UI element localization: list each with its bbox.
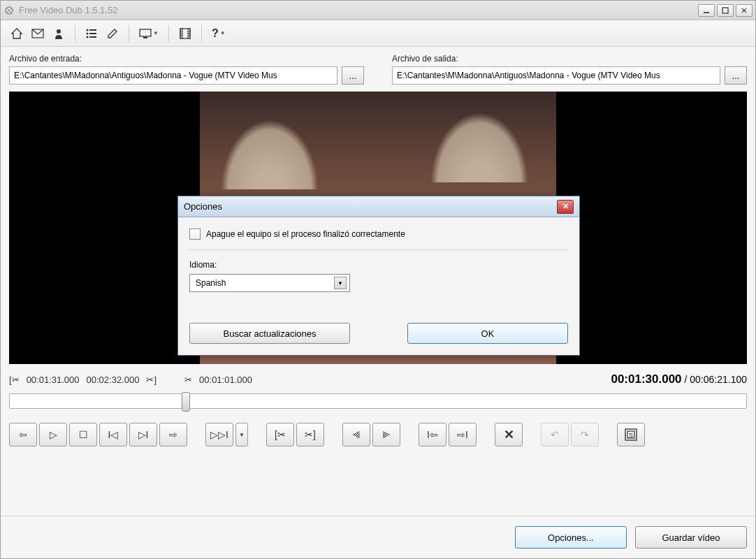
toolbar-separator bbox=[129, 25, 129, 42]
duration-icon: ✂ bbox=[184, 375, 192, 385]
svg-point-9 bbox=[87, 36, 89, 38]
skip-dropdown[interactable]: ▼ bbox=[235, 423, 248, 447]
svg-point-4 bbox=[57, 29, 61, 34]
svg-rect-12 bbox=[143, 37, 147, 38]
minimize-button[interactable] bbox=[698, 4, 715, 17]
prev-frame-button[interactable]: I◁ bbox=[99, 423, 127, 447]
check-updates-button[interactable]: Buscar actualizaciones bbox=[189, 323, 350, 344]
svg-text:S: S bbox=[629, 432, 633, 439]
app-icon bbox=[3, 5, 15, 16]
ok-button[interactable]: OK bbox=[407, 323, 568, 344]
dialog-titlebar: Opciones ✕ bbox=[178, 196, 579, 217]
time-row: [✂ 00:01:31.000 00:02:32.000 ✂] ✂ 00:01:… bbox=[9, 370, 747, 393]
browse-input-button[interactable]: ... bbox=[342, 66, 364, 85]
seek-forward-button[interactable]: ⇨ bbox=[159, 423, 187, 447]
scissors-close-icon: ✂] bbox=[146, 375, 157, 385]
trim-left-button[interactable]: ⫷ bbox=[342, 423, 370, 447]
language-value: Spanish bbox=[196, 278, 226, 288]
svg-point-7 bbox=[87, 32, 89, 34]
shutdown-checkbox[interactable] bbox=[189, 228, 201, 240]
close-button[interactable] bbox=[736, 4, 753, 17]
next-frame-button[interactable]: ▷I bbox=[129, 423, 157, 447]
goto-end-button[interactable]: ⇨I bbox=[449, 423, 477, 447]
playback-controls: ⇦ ▷ ☐ I◁ ▷I ⇨ ▷▷I ▼ [✂ ✂] ⫷ ⫸ bbox=[9, 423, 747, 447]
selection-end-time: 00:02:32.000 bbox=[87, 375, 140, 385]
list-icon[interactable] bbox=[82, 24, 101, 43]
output-file-label: Archivo de salida: bbox=[392, 54, 747, 64]
timeline-slider[interactable] bbox=[9, 393, 747, 409]
undo-button[interactable]: ↶ bbox=[541, 423, 569, 447]
mark-in-button[interactable]: [✂ bbox=[266, 423, 294, 447]
toolbar-separator bbox=[168, 25, 169, 42]
svg-rect-11 bbox=[140, 29, 151, 36]
mail-icon[interactable] bbox=[29, 24, 47, 43]
chevron-down-icon: ▼ bbox=[334, 277, 347, 289]
chevron-down-icon: ▼ bbox=[153, 30, 159, 36]
svg-point-5 bbox=[87, 29, 89, 31]
input-file-label: Archivo de entrada: bbox=[9, 54, 364, 64]
svg-rect-6 bbox=[89, 29, 96, 31]
save-video-button[interactable]: Guardar vídeo bbox=[635, 526, 747, 549]
chevron-down-icon: ▼ bbox=[220, 30, 226, 36]
footer: Opciones... Guardar vídeo bbox=[1, 516, 755, 558]
toolbar-separator bbox=[75, 25, 75, 42]
dialog-title: Opciones bbox=[184, 201, 557, 212]
maximize-button[interactable] bbox=[717, 4, 734, 17]
window-title: Free Video Dub 1.5.1.52 bbox=[19, 5, 698, 15]
svg-rect-10 bbox=[89, 36, 96, 38]
input-file-field[interactable] bbox=[9, 66, 337, 85]
play-button[interactable]: ▷ bbox=[39, 423, 67, 447]
browse-output-button[interactable]: ... bbox=[725, 66, 747, 85]
goto-start-button[interactable]: I⇦ bbox=[419, 423, 446, 447]
edit-icon[interactable] bbox=[103, 24, 122, 43]
output-file-field[interactable] bbox=[392, 66, 720, 85]
trim-right-button[interactable]: ⫸ bbox=[372, 423, 400, 447]
snapshot-button[interactable]: S bbox=[617, 423, 645, 447]
toolbar-separator bbox=[201, 25, 202, 42]
selection-duration: 00:01:01.000 bbox=[199, 375, 252, 385]
total-time: 00:06:21.100 bbox=[690, 374, 747, 385]
mark-out-button[interactable]: ✂] bbox=[296, 423, 324, 447]
delete-button[interactable]: ✕ bbox=[495, 423, 523, 447]
svg-rect-8 bbox=[89, 33, 96, 34]
home-icon[interactable] bbox=[8, 24, 26, 43]
svg-rect-1 bbox=[704, 12, 709, 13]
time-separator: / bbox=[682, 374, 690, 385]
seek-back-button[interactable]: ⇦ bbox=[9, 423, 37, 447]
timeline-thumb[interactable] bbox=[182, 392, 190, 412]
titlebar: Free Video Dub 1.5.1.52 bbox=[1, 1, 755, 20]
stop-button[interactable]: ☐ bbox=[69, 423, 97, 447]
user-icon[interactable] bbox=[50, 24, 68, 43]
svg-rect-2 bbox=[722, 8, 728, 13]
selection-start-time: 00:01:31.000 bbox=[27, 375, 80, 385]
language-select[interactable]: Spanish ▼ bbox=[189, 274, 350, 292]
toolbar: ▼ ?▼ bbox=[1, 20, 755, 47]
screen-icon[interactable]: ▼ bbox=[136, 24, 161, 43]
redo-button[interactable]: ↷ bbox=[571, 423, 599, 447]
main-window: Free Video Dub 1.5.1.52 ▼ ?▼ Archivo de … bbox=[0, 0, 756, 559]
scissors-open-icon: [✂ bbox=[9, 375, 20, 385]
dialog-close-button[interactable]: ✕ bbox=[557, 200, 574, 214]
options-button[interactable]: Opciones... bbox=[515, 526, 627, 549]
language-label: Idioma: bbox=[189, 260, 568, 270]
film-icon[interactable] bbox=[176, 24, 194, 43]
shutdown-checkbox-label: Apague el equipo si el proceso finalizó … bbox=[206, 229, 405, 239]
skip-end-button[interactable]: ▷▷I bbox=[205, 423, 233, 447]
dialog-divider bbox=[189, 249, 568, 250]
current-time: 00:01:30.000 bbox=[611, 372, 681, 386]
options-dialog: Opciones ✕ Apague el equipo si el proces… bbox=[177, 196, 580, 356]
help-icon[interactable]: ?▼ bbox=[209, 24, 228, 43]
